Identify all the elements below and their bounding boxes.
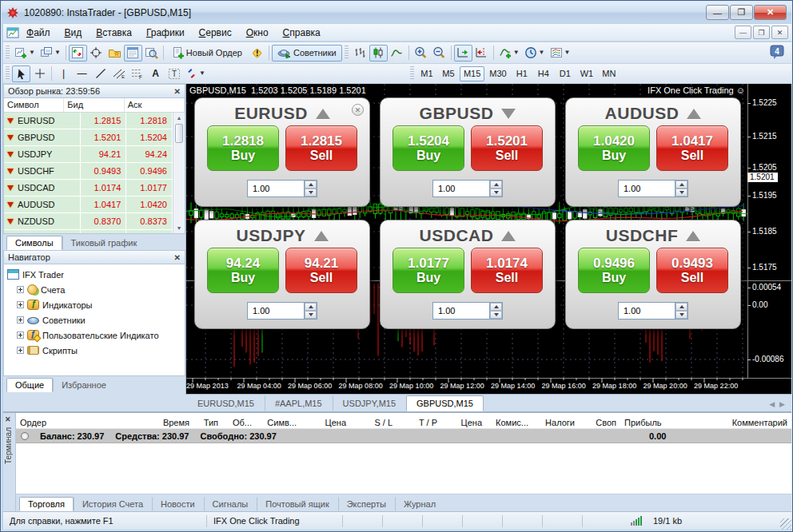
new-order-button[interactable]: Новый Ордер bbox=[166, 45, 248, 62]
buy-button[interactable]: 94.24Buy bbox=[207, 248, 279, 293]
text-label-button[interactable]: T bbox=[165, 66, 183, 82]
timeframe-button[interactable]: M1 bbox=[416, 66, 437, 81]
volume-down-icon[interactable] bbox=[490, 311, 502, 319]
terminal-column-header[interactable]: S / L bbox=[350, 418, 396, 427]
volume-up-icon[interactable] bbox=[675, 181, 687, 189]
horizontal-line-button[interactable]: — bbox=[73, 66, 91, 82]
connection-signal-icon[interactable] bbox=[631, 516, 642, 526]
terminal-column-header[interactable]: Цена bbox=[301, 418, 350, 427]
sell-button[interactable]: 0.9493Sell bbox=[656, 248, 728, 293]
terminal-tab[interactable]: Торговля bbox=[19, 497, 74, 511]
terminal-column-header[interactable]: T / P bbox=[396, 418, 441, 427]
market-watch-close-icon[interactable]: ✕ bbox=[174, 87, 181, 96]
symbol-row[interactable]: AUDUSD 1.0417 1.0420 bbox=[4, 197, 173, 213]
market-watch-scrollbar[interactable]: ▲ ▼ bbox=[173, 113, 185, 233]
terminal-column-header[interactable]: Своп bbox=[579, 418, 620, 427]
market-watch-tab[interactable]: Символы bbox=[6, 236, 62, 250]
tree-item-custom-indicators[interactable]: Пользовательские Индикато bbox=[7, 328, 185, 343]
navigator-close-icon[interactable]: ✕ bbox=[174, 253, 181, 262]
minimize-button[interactable]: — bbox=[706, 5, 729, 20]
crosshair-tool-button[interactable] bbox=[30, 66, 49, 82]
buy-button[interactable]: 1.0420Buy bbox=[578, 125, 650, 171]
volume-input[interactable]: 1.00 bbox=[618, 302, 688, 320]
volume-input[interactable]: 1.00 bbox=[432, 302, 503, 320]
volume-down-icon[interactable] bbox=[675, 311, 687, 319]
volume-up-icon[interactable] bbox=[675, 303, 687, 311]
chart-tab[interactable]: GBPUSD,M15 bbox=[406, 395, 484, 411]
chart-tab[interactable]: USDJPY,M15 bbox=[333, 395, 406, 411]
market-watch-tab[interactable]: Тиковый график bbox=[62, 236, 146, 250]
volume-input[interactable]: 1.00 bbox=[432, 180, 503, 197]
terminal-column-header[interactable]: Цена bbox=[441, 418, 486, 427]
crosshair-button[interactable] bbox=[87, 45, 106, 62]
menu-item[interactable]: Вставка bbox=[89, 26, 139, 40]
sell-button[interactable]: 1.2815 Sell bbox=[285, 125, 357, 171]
terminal-tab[interactable]: Сигналы bbox=[204, 497, 257, 511]
symbol-row[interactable]: NZDUSD 0.8370 0.8373 bbox=[4, 213, 173, 230]
tree-item-accounts[interactable]: Счета bbox=[7, 282, 185, 297]
scroll-up-icon[interactable]: ▲ bbox=[173, 113, 185, 123]
menu-item[interactable]: Файл bbox=[19, 26, 58, 40]
toolbar-grip[interactable] bbox=[6, 46, 10, 60]
terminal-column-header[interactable]: Комментарий bbox=[678, 418, 791, 427]
trendline-button[interactable] bbox=[91, 66, 110, 82]
timeframe-button[interactable]: M5 bbox=[438, 66, 459, 81]
volume-input[interactable]: 1.00 bbox=[618, 180, 688, 197]
zoom-in-button[interactable] bbox=[412, 45, 430, 62]
tab-scroll-left-icon[interactable]: ◀ bbox=[769, 400, 775, 408]
terminal-column-header[interactable]: Налоги bbox=[532, 418, 579, 427]
mdi-close-button[interactable]: ✕ bbox=[771, 26, 788, 39]
mdi-restore-button[interactable]: ❐ bbox=[753, 26, 770, 39]
buy-button[interactable]: 1.0177Buy bbox=[393, 248, 464, 293]
chart-tab[interactable]: #AAPL,M15 bbox=[265, 395, 333, 411]
terminal-tab[interactable]: Новости bbox=[152, 497, 204, 511]
expand-icon[interactable] bbox=[17, 332, 24, 339]
volume-down-icon[interactable] bbox=[675, 189, 687, 197]
terminal-column-header[interactable]: Прибыль bbox=[620, 418, 678, 427]
expand-icon[interactable] bbox=[17, 316, 24, 324]
navigator-tab[interactable]: Общие bbox=[6, 378, 53, 392]
text-button[interactable]: A bbox=[146, 66, 165, 82]
terminal-column-header[interactable]: Время bbox=[136, 418, 193, 427]
mdi-minimize-button[interactable]: — bbox=[735, 26, 751, 39]
symbol-row[interactable]: EURUSD 1.2815 1.2818 bbox=[4, 113, 173, 129]
navigator-tab[interactable]: Избранное bbox=[53, 378, 115, 392]
terminal-close-icon[interactable]: ✕ bbox=[5, 415, 11, 423]
templates-button[interactable]: ▼ bbox=[548, 45, 573, 62]
auto-scroll-button[interactable] bbox=[454, 45, 472, 62]
market-watch-toggle[interactable] bbox=[69, 45, 87, 62]
symbol-row[interactable]: USDCAD 1.0174 1.0177 bbox=[4, 180, 173, 197]
timeframe-button[interactable]: W1 bbox=[576, 66, 598, 81]
tree-item-experts[interactable]: Советники bbox=[7, 312, 185, 328]
terminal-column-header[interactable]: Ордер bbox=[16, 418, 136, 427]
column-header[interactable]: Аск bbox=[125, 98, 185, 112]
balance-row[interactable]: Баланс: 230.97 Средства: 230.97 Свободно… bbox=[16, 429, 791, 443]
terminal-tab[interactable]: Почтовый ящик bbox=[257, 497, 337, 511]
buy-button[interactable]: 1.5204Buy bbox=[393, 125, 464, 171]
sell-button[interactable]: 1.0174Sell bbox=[471, 248, 543, 293]
expand-icon[interactable] bbox=[17, 286, 24, 293]
toolbar-grip[interactable] bbox=[345, 46, 349, 60]
symbol-row[interactable]: USDCHF 0.9493 0.9496 bbox=[4, 163, 173, 180]
widget-close-icon[interactable]: ✕ bbox=[352, 104, 364, 116]
arrows-button[interactable]: ▼ bbox=[183, 66, 208, 82]
volume-up-icon[interactable] bbox=[490, 181, 502, 189]
column-header[interactable]: Символ bbox=[4, 98, 64, 112]
close-button[interactable]: ✕ bbox=[754, 5, 787, 20]
fibonacci-button[interactable]: F bbox=[128, 66, 146, 82]
zoom-out-button[interactable] bbox=[430, 45, 448, 62]
menu-item[interactable]: Сервис bbox=[192, 26, 239, 40]
volume-up-icon[interactable] bbox=[490, 303, 502, 311]
toolbar-grip[interactable] bbox=[6, 66, 10, 81]
volume-up-icon[interactable] bbox=[305, 181, 317, 189]
terminal-column-header[interactable]: Комис... bbox=[486, 418, 532, 427]
volume-up-icon[interactable] bbox=[305, 303, 317, 311]
profiles-button[interactable]: ▼ bbox=[38, 45, 63, 62]
timeframe-button[interactable]: H4 bbox=[533, 66, 554, 81]
sell-button[interactable]: 1.0417Sell bbox=[656, 125, 728, 171]
timeframe-button[interactable]: H1 bbox=[512, 66, 532, 81]
volume-down-icon[interactable] bbox=[490, 189, 502, 197]
tree-root[interactable]: IFX Trader bbox=[7, 267, 185, 282]
timeframe-button[interactable]: M30 bbox=[485, 66, 510, 81]
timeframe-button[interactable]: M15 bbox=[460, 66, 484, 81]
